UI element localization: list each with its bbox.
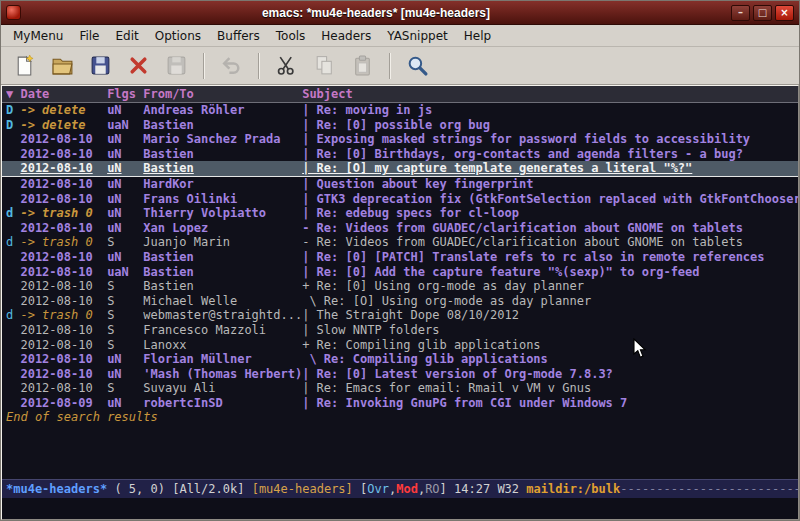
toolbar-separator (389, 53, 391, 79)
minimize-icon: – (738, 8, 743, 18)
toolbar-separator (258, 53, 260, 79)
row-subject: | Re: [0] possible org bug (302, 118, 798, 133)
row-subject: | Re: [0] Add the capture feature "%(sex… (302, 265, 798, 280)
message-row[interactable]: 2012-08-10uNBastien| Re: [O] my capture … (2, 161, 798, 177)
minimize-button[interactable]: – (731, 5, 750, 21)
search-button[interactable] (400, 50, 435, 81)
row-subject: | Re: edebug specs for cl-loop (302, 206, 798, 221)
message-row[interactable]: d-> trash 0uNThierry Volpiatto| Re: edeb… (2, 206, 798, 221)
message-row[interactable]: D-> deleteuNAndreas Röhler| Re: moving i… (2, 103, 798, 118)
maximize-button[interactable]: □ (753, 5, 772, 21)
cut-button[interactable] (269, 50, 304, 81)
message-row[interactable]: 2012-08-09uNrobertcInSD| Re: Invoking Gn… (2, 396, 798, 411)
message-row[interactable]: 2012-08-10uN'Mash (Thomas Herbert)| Re: … (2, 367, 798, 382)
row-from: Mario Sanchez Prada (143, 132, 302, 147)
column-header-subject[interactable]: Subject (302, 86, 798, 102)
message-list: D-> deleteuNAndreas Röhler| Re: moving i… (2, 103, 798, 410)
row-subject: | Question about key fingerprint (302, 177, 798, 192)
row-from: Thierry Volpiatto (143, 206, 302, 221)
row-flags: uN (107, 147, 143, 162)
mode-line[interactable]: *mu4e-headers* ( 5, 0) [All/2.0k] [mu4e-… (2, 479, 798, 498)
message-row[interactable]: 2012-08-10uaNBastien| Re: [0] Add the ca… (2, 265, 798, 280)
column-header-date[interactable]: Date (20, 86, 107, 102)
row-mark: d (6, 235, 20, 250)
row-from: 'Mash (Thomas Herbert) (143, 367, 302, 382)
row-subject: | Re: [0] Birthdays, org-contacts and ag… (302, 147, 798, 162)
column-header-from[interactable]: From/To (143, 86, 302, 102)
menu-item-file[interactable]: File (71, 26, 107, 46)
message-row[interactable]: 2012-08-10uNHardKor| Question about key … (2, 177, 798, 192)
modeline-segment-plain: , (389, 482, 396, 496)
close-buffer-button[interactable] (121, 50, 156, 81)
menu-item-mymenu[interactable]: MyMenu (5, 26, 71, 46)
emacs-window: emacs: *mu4e-headers* [mu4e-headers] – □… (0, 0, 800, 521)
message-row[interactable]: 2012-08-10uNXan Lopez- Re: Videos from G… (2, 221, 798, 236)
row-date: 2012-08-10 (20, 132, 107, 147)
row-mark (6, 381, 20, 396)
row-subject: + Re: Compiling glib applications (302, 338, 798, 353)
row-subject: | Re: [O] my capture template generates … (302, 161, 798, 176)
modeline-segment-ro: RO (425, 482, 439, 496)
row-mark (6, 294, 20, 309)
new-file-button[interactable] (7, 50, 42, 81)
row-flags: uN (107, 396, 143, 411)
menu-item-edit[interactable]: Edit (108, 26, 147, 46)
message-row[interactable]: 2012-08-10uNBastien| Re: [0] Birthdays, … (2, 147, 798, 162)
row-from: Bastien (143, 279, 302, 294)
message-row[interactable]: 2012-08-10SLanoxx+ Re: Compiling glib ap… (2, 338, 798, 353)
row-date: 2012-08-10 (20, 177, 107, 192)
write-file-icon (165, 54, 188, 77)
row-from: webmaster@straightd... (143, 308, 302, 323)
row-date: -> trash 0 (20, 206, 107, 221)
row-flags: uN (107, 250, 143, 265)
window-menu-icon[interactable] (6, 5, 21, 20)
message-row[interactable]: 2012-08-10SBastien+ Re: [0] Using org-mo… (2, 279, 798, 294)
row-date: 2012-08-10 (20, 279, 107, 294)
row-from: Frans Oilinki (143, 192, 302, 207)
row-from: HardKor (143, 177, 302, 192)
row-date: -> trash 0 (20, 235, 107, 250)
save-button[interactable] (83, 50, 118, 81)
message-row[interactable]: 2012-08-10SMichael Welle \ Re: [O] Using… (2, 294, 798, 309)
row-date: 2012-08-10 (20, 250, 107, 265)
message-row[interactable]: 2012-08-10uNFrans Oilinki| GTK3 deprecat… (2, 192, 798, 207)
menu-item-tools[interactable]: Tools (268, 26, 314, 46)
toolbar-separator (203, 53, 205, 79)
menu-item-headers[interactable]: Headers (313, 26, 379, 46)
column-header-flags[interactable]: Flgs (107, 86, 143, 102)
title-bar[interactable]: emacs: *mu4e-headers* [mu4e-headers] – □… (1, 1, 799, 25)
row-subject: | Exposing masked strings for password f… (302, 132, 798, 147)
row-from: Bastien (143, 118, 302, 133)
row-date: 2012-08-10 (20, 367, 107, 382)
message-row[interactable]: 2012-08-10SSuvayu Ali| Re: Emacs for ema… (2, 381, 798, 396)
end-of-results-text: End of search results (2, 410, 798, 425)
menu-item-yasnippet[interactable]: YASnippet (379, 26, 456, 46)
paste-button (345, 50, 380, 81)
menu-item-help[interactable]: Help (456, 26, 499, 46)
row-mark (6, 352, 20, 367)
row-flags: S (107, 338, 143, 353)
modeline-segment-mod: Mod (396, 482, 418, 496)
mu4e-headers-buffer[interactable]: ▼ Date Flgs From/To Subject D-> deleteuN… (2, 86, 798, 479)
cut-icon (275, 54, 298, 77)
row-mark (6, 132, 20, 147)
window-buttons: – □ × (731, 5, 794, 21)
menu-item-buffers[interactable]: Buffers (209, 26, 268, 46)
row-from: Francesco Mazzoli (143, 323, 302, 338)
row-subject: \ Re: [O] Using org-mode as day planner (302, 294, 798, 309)
open-file-button[interactable] (45, 50, 80, 81)
row-mark (6, 279, 20, 294)
copy-icon (313, 54, 336, 77)
message-row[interactable]: d-> trash 0Swebmaster@straightd...| The … (2, 308, 798, 323)
message-row[interactable]: d-> trash 0SJuanjo Marin- Re: Videos fro… (2, 235, 798, 250)
message-row[interactable]: D-> deleteuaNBastien| Re: [0] possible o… (2, 118, 798, 133)
message-row[interactable]: 2012-08-10SFrancesco Mazzoli| Slow NNTP … (2, 323, 798, 338)
message-row[interactable]: 2012-08-10uNBastien| Re: [0] [PATCH] Tra… (2, 250, 798, 265)
echo-area[interactable] (2, 498, 798, 519)
close-button[interactable]: × (775, 5, 794, 21)
menu-item-options[interactable]: Options (147, 26, 209, 46)
message-row[interactable]: 2012-08-10uNFlorian Müllner \ Re: Compil… (2, 352, 798, 367)
message-row[interactable]: 2012-08-10uNMario Sanchez Prada| Exposin… (2, 132, 798, 147)
row-from: Lanoxx (143, 338, 302, 353)
new-file-icon (13, 54, 36, 77)
